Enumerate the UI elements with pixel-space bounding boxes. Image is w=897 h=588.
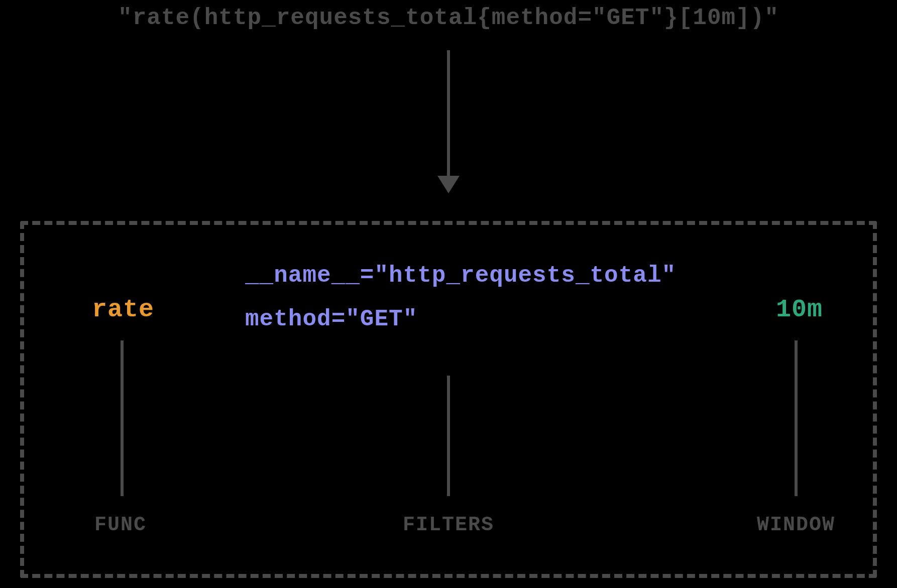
func-value: rate (92, 295, 154, 324)
filter-line: method="GET" (245, 306, 676, 332)
breakdown-box: rate __name__="http_requests_total" meth… (20, 221, 877, 578)
connector-line-filters (447, 376, 450, 496)
func-label: FUNC (94, 514, 147, 536)
filters-label: FILTERS (403, 514, 494, 536)
connector-line-func (121, 340, 124, 496)
connector-line-window (795, 340, 798, 496)
filters-container: __name__="http_requests_total" method="G… (245, 263, 676, 350)
arrow-down-icon (437, 50, 460, 193)
filter-line: __name__="http_requests_total" (245, 263, 676, 289)
window-label: WINDOW (757, 514, 835, 536)
query-string: "rate(http_requests_total{method="GET"}[… (118, 5, 779, 31)
window-value: 10m (776, 295, 823, 324)
